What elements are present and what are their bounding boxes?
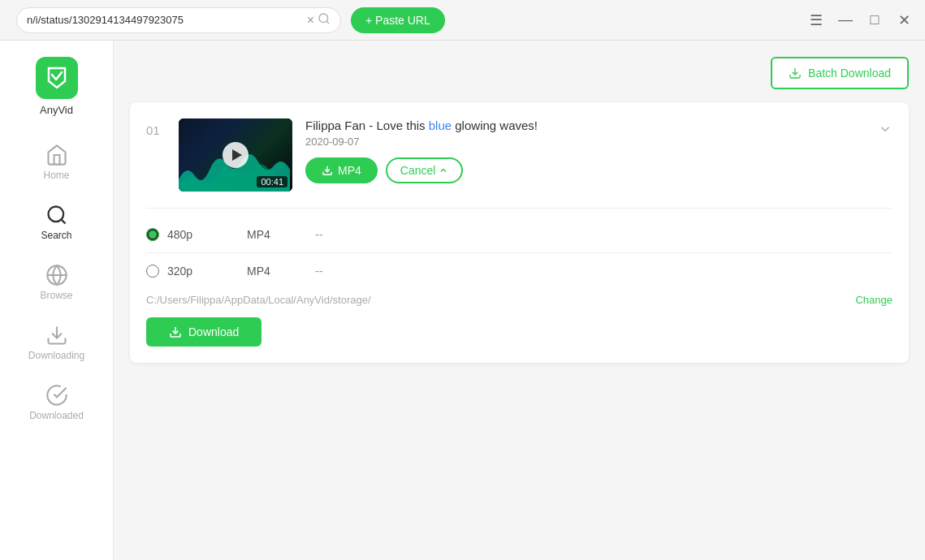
video-info: Filippa Fan - Love this blue glowing wav… bbox=[305, 118, 865, 183]
sidebar-item-downloading[interactable]: Downloading bbox=[0, 312, 113, 373]
download-button-label: Download bbox=[188, 325, 239, 338]
titlebar: × + Paste URL ☰ — □ ✕ bbox=[0, 0, 925, 41]
maximize-button[interactable]: □ bbox=[863, 9, 886, 32]
paste-url-button[interactable]: + Paste URL bbox=[351, 7, 445, 33]
main-layout: AnyVid Home Search Browse bbox=[0, 41, 925, 560]
window-controls: ☰ — □ ✕ bbox=[805, 9, 915, 32]
svg-point-0 bbox=[319, 14, 328, 23]
sidebar-item-search[interactable]: Search bbox=[0, 192, 113, 252]
sidebar-item-search-label: Search bbox=[41, 230, 71, 241]
batch-download-icon bbox=[789, 67, 802, 80]
format-320p-quality: 320p bbox=[167, 265, 216, 278]
video-title: Filippa Fan - Love this blue glowing wav… bbox=[305, 118, 865, 132]
sidebar-item-downloaded-label: Downloaded bbox=[29, 410, 84, 421]
app-name-label: AnyVid bbox=[40, 104, 73, 116]
url-input[interactable] bbox=[27, 14, 304, 26]
search-nav-icon bbox=[45, 204, 68, 226]
mp4-download-icon bbox=[322, 165, 333, 176]
app-logo-icon bbox=[36, 57, 78, 99]
expand-icon[interactable] bbox=[878, 118, 893, 140]
download-icon bbox=[169, 325, 182, 338]
browse-icon bbox=[45, 264, 68, 286]
chevron-up-icon bbox=[439, 166, 448, 175]
video-duration: 00:41 bbox=[257, 176, 287, 187]
cancel-label: Cancel bbox=[400, 164, 436, 177]
content-area: Batch Download 01 00:41 bbox=[114, 41, 925, 560]
mp4-download-button[interactable]: MP4 bbox=[305, 157, 378, 183]
top-actions-bar: Batch Download bbox=[130, 57, 909, 89]
sidebar-item-home[interactable]: Home bbox=[0, 132, 113, 192]
downloaded-icon bbox=[45, 384, 68, 407]
format-options: 480p MP4 -- 320p MP4 -- C:/Users/Filippa… bbox=[146, 208, 893, 347]
svg-point-2 bbox=[48, 207, 63, 222]
video-date: 2020-09-07 bbox=[305, 136, 865, 148]
batch-download-label: Batch Download bbox=[808, 67, 891, 80]
menu-button[interactable]: ☰ bbox=[805, 9, 828, 32]
format-row-480p: 480p MP4 -- bbox=[146, 222, 893, 248]
save-path-label: C:/Users/Filippa/AppData/Local/AnyVid/st… bbox=[146, 294, 371, 306]
format-320p-radio[interactable] bbox=[146, 265, 159, 278]
video-header: 01 00:41 Filippa Fan - Love this blu bbox=[146, 118, 893, 192]
format-480p-quality: 480p bbox=[167, 228, 216, 241]
search-icon bbox=[318, 12, 331, 28]
format-320p-label[interactable]: 320p bbox=[146, 265, 227, 278]
mp4-button-label: MP4 bbox=[338, 164, 361, 177]
video-title-part1: Filippa Fan - Love this bbox=[305, 118, 429, 132]
format-divider bbox=[146, 252, 893, 253]
sidebar-item-downloading-label: Downloading bbox=[28, 350, 84, 361]
sidebar-item-home-label: Home bbox=[43, 170, 69, 181]
sidebar: AnyVid Home Search Browse bbox=[0, 41, 114, 560]
change-path-button[interactable]: Change bbox=[855, 294, 893, 306]
batch-download-button[interactable]: Batch Download bbox=[771, 57, 909, 89]
cancel-button[interactable]: Cancel bbox=[386, 157, 464, 183]
url-clear-button[interactable]: × bbox=[304, 13, 318, 28]
format-480p-radio[interactable] bbox=[146, 228, 159, 241]
download-button[interactable]: Download bbox=[146, 317, 262, 347]
sidebar-item-downloaded[interactable]: Downloaded bbox=[0, 373, 113, 433]
video-thumbnail[interactable]: 00:41 bbox=[179, 118, 292, 192]
home-icon bbox=[45, 144, 68, 166]
format-row-320p: 320p MP4 -- bbox=[146, 258, 893, 284]
play-button[interactable] bbox=[223, 142, 249, 168]
paste-url-label: + Paste URL bbox=[365, 14, 430, 27]
sidebar-item-browse-label: Browse bbox=[40, 290, 72, 301]
url-bar: × bbox=[16, 7, 341, 33]
format-480p-label[interactable]: 480p bbox=[146, 228, 227, 241]
path-row: C:/Users/Filippa/AppData/Local/AnyVid/st… bbox=[146, 294, 893, 306]
format-320p-type: MP4 bbox=[247, 265, 296, 278]
action-buttons: MP4 Cancel bbox=[305, 157, 865, 183]
format-480p-type: MP4 bbox=[247, 228, 296, 241]
format-480p-size: -- bbox=[315, 228, 322, 241]
video-thumb-bg: 00:41 bbox=[179, 118, 292, 192]
video-title-highlight: blue bbox=[429, 118, 452, 132]
downloading-icon bbox=[45, 324, 68, 347]
video-index: 01 bbox=[146, 118, 166, 137]
app-logo-area: AnyVid bbox=[36, 49, 78, 132]
minimize-button[interactable]: — bbox=[834, 9, 857, 32]
close-button[interactable]: ✕ bbox=[893, 9, 915, 32]
video-title-part2: glowing waves! bbox=[452, 118, 538, 132]
sidebar-item-browse[interactable]: Browse bbox=[0, 252, 113, 312]
video-card: 01 00:41 Filippa Fan - Love this blu bbox=[130, 102, 909, 363]
format-320p-size: -- bbox=[315, 265, 322, 278]
